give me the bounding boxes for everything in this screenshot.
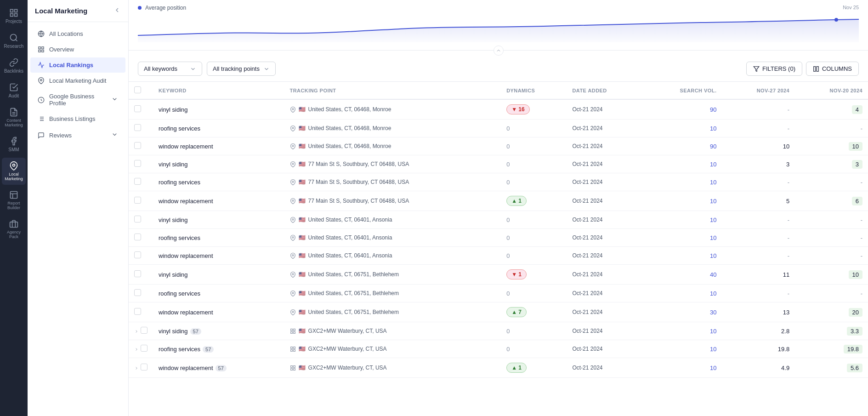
nav-item-all-locations[interactable]: All Locations (30, 26, 125, 41)
nov27-value: 2.8 (781, 328, 789, 335)
search-vol-cell: 10 (643, 155, 722, 173)
date-added-cell: Oct-21 2024 (567, 247, 642, 265)
nov20-cell: 10 (795, 265, 868, 285)
search-vol-value: 10 (710, 346, 716, 353)
search-vol-value: 10 (710, 365, 716, 371)
dynamics-badge: ▲ 1 (506, 363, 527, 373)
date-added-cell: Oct-21 2024 (567, 302, 642, 322)
dynamics-badge: ▼ 16 (506, 104, 530, 114)
row-checkbox[interactable] (134, 197, 141, 204)
sidebar-item-smm[interactable]: SMM (2, 133, 26, 156)
date-added-cell: Oct-21 2024 (567, 285, 642, 302)
svg-rect-1 (15, 10, 17, 12)
svg-rect-14 (42, 47, 44, 49)
header-checkbox[interactable] (134, 86, 141, 93)
nov20-cell: 5.6 (795, 358, 868, 378)
dynamics-value: 0 (506, 125, 510, 132)
svg-point-32 (292, 163, 293, 164)
row-checkbox[interactable] (134, 289, 141, 296)
nov27-cell: 13 (722, 302, 795, 322)
table-row: window replacement🇺🇸United States, CT, 0… (129, 137, 868, 155)
row-checkbox[interactable] (134, 160, 141, 167)
row-checkbox[interactable] (141, 327, 148, 334)
header-nov20: NOV-20 2024 (795, 82, 868, 99)
sidebar-item-projects[interactable]: Projects (2, 5, 26, 28)
keywords-dropdown[interactable]: All keywords (138, 62, 202, 76)
sidebar-item-report-builder[interactable]: Report Builder (2, 187, 26, 214)
table-row: window replacement🇺🇸77 Main St S, Southb… (129, 191, 868, 211)
tracking-point-cell: 🇺🇸United States, CT, 06751, Bethlehem (284, 265, 501, 285)
filters-button[interactable]: FILTERS (0) (746, 62, 802, 76)
search-vol-cell: 90 (643, 99, 722, 120)
sidebar-item-agency-pack[interactable]: Agency Pack (2, 216, 26, 243)
dynamics-value: 0 (506, 290, 510, 297)
nov27-value: 3 (786, 161, 789, 168)
svg-point-30 (292, 127, 293, 128)
header-nov27: NOV-27 2024 (722, 82, 795, 99)
row-checkbox[interactable] (134, 216, 141, 222)
nav-item-reviews[interactable]: Reviews (30, 127, 125, 143)
nav-item-overview[interactable]: Overview (30, 42, 125, 57)
table-row: vinyl siding57🇺🇸GXC2+MW Waterbury, CT, U… (129, 322, 868, 340)
nov27-value: 13 (783, 309, 789, 316)
nov20-value: - (861, 125, 862, 132)
tracking-point-cell: 🇺🇸United States, CT, 06401, Ansonia (284, 211, 501, 229)
tracking-point-cell: 🇺🇸United States, CT, 06401, Ansonia (284, 247, 501, 265)
svg-rect-50 (293, 365, 295, 367)
dynamics-cell: ▲ 1 (501, 358, 567, 378)
chart-date-label: Nov 25 (843, 5, 859, 10)
row-checkbox[interactable] (134, 124, 141, 131)
flag-icon: 🇺🇸 (299, 290, 306, 296)
table-row: roofing services🇺🇸77 Main St S, Southbur… (129, 173, 868, 191)
dynamics-cell: 0 (501, 120, 567, 137)
sidebar-item-content-marketing[interactable]: Content Marketing (2, 104, 26, 131)
sidebar-item-local-marketing[interactable]: Local Marketing (2, 158, 26, 185)
date-added-cell: Oct-21 2024 (567, 191, 642, 211)
keyword-cell: roofing services (153, 229, 284, 247)
svg-rect-16 (42, 50, 44, 52)
svg-rect-13 (39, 47, 40, 49)
date-added-cell: Oct-21 2024 (567, 229, 642, 247)
chart-collapse-button[interactable] (494, 46, 504, 56)
dynamics-cell: 0 (501, 285, 567, 302)
date-added-cell: Oct-21 2024 (567, 99, 642, 120)
tracking-point-text: United States, CT, 06468, Monroe (308, 106, 391, 113)
rankings-table: KEYWORD TRACKING POINT DYNAMICS DATE ADD… (129, 82, 868, 378)
nav-item-local-rankings[interactable]: Local Rankings (30, 57, 125, 73)
dynamics-cell: 0 (501, 137, 567, 155)
row-checkbox[interactable] (134, 142, 141, 149)
nov27-value: - (788, 179, 789, 186)
row-checkbox[interactable] (134, 178, 141, 185)
expand-button[interactable] (134, 329, 139, 334)
svg-rect-52 (293, 368, 295, 370)
toolbar: All keywords All tracking points FILTERS… (129, 56, 868, 82)
dynamics-value: 0 (506, 234, 510, 241)
nav-item-arrow-google (111, 96, 118, 104)
row-checkbox[interactable] (134, 105, 141, 112)
dynamics-value: 0 (506, 217, 510, 223)
dynamics-value: 0 (506, 179, 510, 186)
svg-point-8 (13, 164, 15, 166)
search-vol-cell: 10 (643, 285, 722, 302)
tracking-point-text: United States, CT, 06401, Ansonia (308, 217, 392, 223)
nav-item-google-business-profile[interactable]: Google Business Profile (30, 89, 125, 111)
tracking-points-dropdown[interactable]: All tracking points (207, 62, 276, 76)
svg-rect-42 (293, 329, 295, 331)
nav-sidebar-collapse-btn[interactable] (113, 6, 121, 15)
sidebar-item-research[interactable]: Research (2, 29, 26, 52)
row-checkbox[interactable] (134, 270, 141, 277)
tracking-point-cell: 🇺🇸GXC2+MW Waterbury, CT, USA (284, 358, 501, 378)
nav-item-local-marketing-audit[interactable]: Local Marketing Audit (30, 73, 125, 88)
nav-item-business-listings[interactable]: Business Listings (30, 111, 125, 126)
expand-button[interactable] (134, 366, 139, 370)
expand-button[interactable] (134, 347, 139, 352)
row-checkbox[interactable] (134, 308, 141, 315)
columns-button[interactable]: COLUMNS (806, 62, 859, 76)
row-checkbox[interactable] (141, 345, 148, 352)
sidebar-item-audit[interactable]: Audit (2, 79, 26, 102)
svg-rect-48 (293, 349, 295, 351)
row-checkbox[interactable] (141, 364, 148, 370)
sidebar-item-backlinks[interactable]: Backlinks (2, 54, 26, 77)
row-checkbox[interactable] (134, 251, 141, 258)
row-checkbox[interactable] (134, 234, 141, 240)
